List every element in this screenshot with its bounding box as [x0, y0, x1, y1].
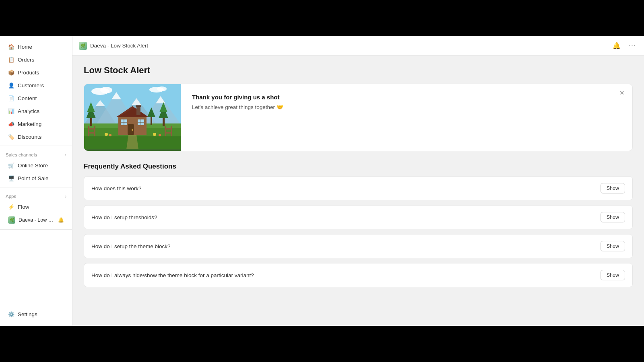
svg-rect-12: [94, 126, 95, 136]
svg-rect-32: [136, 105, 141, 107]
faq-item-1: How do I setup thresholds? Show: [84, 205, 633, 229]
apps-section: Apps ›: [0, 190, 72, 200]
bottom-black-bar: [0, 326, 644, 362]
content-icon: 📄: [8, 95, 14, 101]
sidebar-item-label: Products: [18, 70, 39, 76]
sidebar-divider-2: [0, 187, 72, 187]
faq-show-button-3[interactable]: Show: [601, 270, 625, 280]
topbar-left: 🌿 Daeva - Low Stock Alert: [79, 42, 148, 50]
sidebar-item-customers[interactable]: 👤 Customers: [2, 79, 70, 91]
active-app-label: Daeva - Low Stock Al...: [19, 217, 55, 223]
sidebar-item-label: Online Store: [18, 162, 48, 169]
svg-rect-16: [171, 126, 172, 136]
topbar-title: Daeva - Low Stock Alert: [90, 43, 148, 49]
products-icon: 📦: [8, 69, 14, 76]
faq-question-3: How do I always hide/show the theme bloc…: [91, 272, 254, 278]
sidebar-item-label: Point of Sale: [18, 175, 49, 181]
app-body: 🏠 Home 📋 Orders 📦 Products 👤 Customers 📄…: [0, 36, 644, 326]
page-title: Low Stock Alert: [84, 65, 633, 76]
sidebar-item-label: Flow: [18, 204, 29, 210]
daeva-app-icon: 🌿: [8, 216, 15, 224]
sidebar-item-online-store[interactable]: 🛒 Online Store: [2, 159, 70, 171]
faq-question-0: How does this work?: [91, 185, 142, 191]
sidebar-item-discounts[interactable]: 🏷️ Discounts: [2, 131, 70, 143]
sidebar-item-label: Discounts: [18, 134, 41, 140]
topbar: 🌿 Daeva - Low Stock Alert 🔔 ···: [72, 36, 644, 56]
sidebar-item-label: Marketing: [18, 121, 41, 127]
top-black-bar: [0, 0, 644, 36]
svg-point-45: [159, 134, 161, 136]
welcome-title: Thank you for giving us a shot: [192, 94, 623, 101]
faq-show-button-0[interactable]: Show: [601, 183, 625, 193]
svg-rect-11: [88, 126, 89, 136]
svg-point-34: [132, 129, 133, 131]
sidebar-item-settings[interactable]: ⚙️ Settings: [2, 308, 70, 321]
topbar-bell-button[interactable]: 🔔: [611, 40, 622, 51]
orders-icon: 📋: [8, 56, 14, 63]
topbar-right: 🔔 ···: [611, 40, 638, 51]
svg-point-47: [100, 87, 112, 93]
settings-icon: ⚙️: [8, 311, 14, 317]
svg-marker-50: [126, 135, 138, 149]
topbar-more-icon: ···: [629, 41, 636, 50]
sidebar-item-orders[interactable]: 📋 Orders: [2, 53, 70, 66]
faq-item-0: How does this work? Show: [84, 176, 633, 200]
faq-question-1: How do I setup thresholds?: [91, 214, 157, 220]
faq-question-2: How do I setup the theme block?: [91, 243, 171, 249]
sidebar-item-analytics[interactable]: 📊 Analytics: [2, 105, 70, 117]
sidebar-item-label: Orders: [18, 57, 34, 63]
faq-show-button-2[interactable]: Show: [601, 241, 625, 251]
page-content: Low Stock Alert: [72, 56, 644, 326]
topbar-bell-icon: 🔔: [613, 42, 621, 49]
svg-rect-13: [88, 128, 95, 130]
sidebar: 🏠 Home 📋 Orders 📦 Products 👤 Customers 📄…: [0, 36, 72, 326]
faq-show-button-1[interactable]: Show: [601, 212, 625, 222]
faq-item-2: How do I setup the theme block? Show: [84, 234, 633, 258]
discounts-icon: 🏷️: [8, 134, 14, 140]
faq-item-3: How do I always hide/show the theme bloc…: [84, 263, 633, 287]
svg-rect-31: [136, 106, 140, 115]
svg-point-44: [153, 133, 156, 136]
online-store-icon: 🛒: [8, 162, 14, 169]
sidebar-item-label: Home: [18, 44, 32, 50]
topbar-app-icon: 🌿: [79, 42, 87, 50]
point-of-sale-icon: 🖥️: [8, 175, 14, 181]
svg-rect-25: [151, 117, 152, 125]
scene-svg: [84, 84, 181, 149]
topbar-more-button[interactable]: ···: [627, 40, 638, 51]
sidebar-item-marketing[interactable]: 📣 Marketing: [2, 118, 70, 130]
sidebar-item-active-app[interactable]: 🌿 Daeva - Low Stock Al... 🔔: [2, 214, 70, 226]
sidebar-divider-3: [0, 229, 72, 230]
welcome-message: Thank you for giving us a shot Let's ach…: [181, 84, 632, 151]
sidebar-item-label: Customers: [18, 82, 44, 88]
svg-rect-14: [88, 132, 95, 134]
welcome-subtitle: Let's achieve great things together 🤝: [192, 104, 623, 110]
svg-point-49: [157, 86, 167, 91]
welcome-close-button[interactable]: ✕: [617, 89, 627, 97]
main-content: 🌿 Daeva - Low Stock Alert 🔔 ··· Low Stoc…: [72, 36, 644, 326]
welcome-illustration: [84, 84, 181, 151]
customers-icon: 👤: [8, 82, 14, 88]
sidebar-divider-1: [0, 146, 72, 146]
sidebar-item-label: Content: [18, 95, 37, 101]
flow-icon: ⚡: [8, 204, 14, 210]
svg-rect-15: [165, 126, 166, 136]
sidebar-item-content[interactable]: 📄 Content: [2, 92, 70, 104]
active-app-bell-icon[interactable]: 🔔: [58, 217, 64, 223]
sales-channels-section: Sales channels ›: [0, 148, 72, 159]
sidebar-item-flow[interactable]: ⚡ Flow: [2, 201, 70, 213]
sidebar-item-label: Settings: [18, 311, 37, 317]
sidebar-item-products[interactable]: 📦 Products: [2, 66, 70, 78]
sidebar-item-point-of-sale[interactable]: 🖥️ Point of Sale: [2, 172, 70, 184]
faq-title: Frequently Asked Questions: [84, 162, 633, 171]
svg-rect-18: [165, 132, 172, 134]
home-icon: 🏠: [8, 43, 14, 50]
sidebar-item-home[interactable]: 🏠 Home: [2, 41, 70, 53]
chevron-right-icon: ›: [65, 152, 66, 157]
analytics-icon: 📊: [8, 108, 14, 114]
svg-rect-17: [165, 128, 172, 130]
svg-point-43: [109, 134, 111, 136]
marketing-icon: 📣: [8, 121, 14, 127]
svg-point-42: [105, 133, 108, 136]
welcome-card: Thank you for giving us a shot Let's ach…: [84, 84, 633, 151]
